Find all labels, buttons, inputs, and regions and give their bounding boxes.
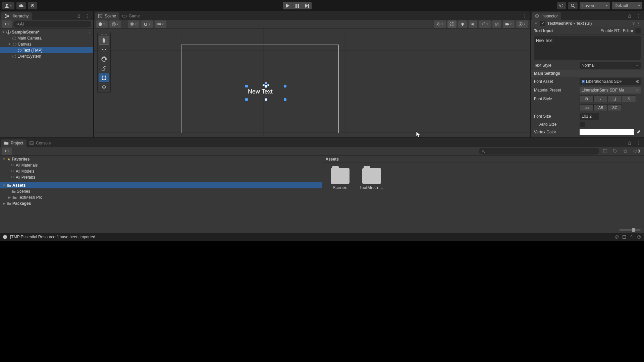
scale-tool[interactable] bbox=[99, 64, 109, 73]
inspector-tab[interactable]: Inspector bbox=[532, 12, 561, 20]
hierarchy-search-input[interactable] bbox=[20, 22, 89, 26]
text-tmp-node[interactable]: Text (TMP) bbox=[0, 47, 93, 53]
text-input-field[interactable]: New Text bbox=[534, 36, 641, 60]
2d-toggle[interactable]: 2D bbox=[447, 20, 457, 28]
drag-handle-icon[interactable] bbox=[99, 33, 109, 35]
bold-toggle[interactable]: B bbox=[580, 96, 594, 102]
eventsystem-node[interactable]: EventSystem bbox=[0, 53, 93, 59]
tmp-folder[interactable]: ▶TextMesh Pro bbox=[0, 194, 322, 200]
project-tab[interactable]: Project bbox=[1, 139, 26, 147]
italic-toggle[interactable]: I bbox=[594, 96, 608, 102]
font-asset-field[interactable]: F LiberationSans SDF ⊙ bbox=[580, 78, 641, 85]
lighting-button[interactable] bbox=[458, 20, 467, 28]
material-dropdown[interactable]: LiberationSans SDF Ma ▾ bbox=[580, 87, 641, 94]
hierarchy-menu-button[interactable]: ⋮ bbox=[83, 12, 92, 20]
cloud-button[interactable] bbox=[16, 2, 26, 9]
object-picker-icon[interactable]: ⊙ bbox=[636, 79, 639, 84]
filter-save-button[interactable] bbox=[621, 147, 630, 155]
version-control-button[interactable] bbox=[28, 2, 37, 9]
layers-dropdown[interactable]: Layers bbox=[580, 2, 610, 9]
layout-dropdown[interactable]: Default bbox=[612, 2, 642, 9]
play-button[interactable] bbox=[283, 2, 292, 9]
rect-tool[interactable] bbox=[99, 73, 109, 82]
favorites-node[interactable]: ▼ ★ Favorites bbox=[0, 156, 322, 162]
kebab-icon[interactable]: ⋮ bbox=[637, 21, 641, 26]
autorefresh-icon[interactable] bbox=[629, 235, 634, 239]
rotate-tool[interactable] bbox=[99, 55, 109, 63]
hierarchy-add-button[interactable]: +▾ bbox=[2, 20, 12, 28]
canvas-node[interactable]: ▼ Canvas bbox=[0, 41, 93, 47]
draw-mode-button[interactable]: ▾ bbox=[96, 20, 108, 28]
thumbnail-size-slider[interactable] bbox=[619, 229, 641, 231]
text-style-dropdown[interactable]: Normal ▾ bbox=[580, 62, 641, 69]
hierarchy-search[interactable] bbox=[13, 21, 91, 27]
fx-button[interactable]: ▾ bbox=[479, 20, 491, 28]
camera-button[interactable]: ▾ bbox=[503, 20, 515, 28]
vertex-color-field[interactable] bbox=[580, 129, 634, 135]
project-search[interactable] bbox=[479, 148, 599, 155]
packages-node[interactable]: ▶ Packages bbox=[0, 200, 322, 206]
project-lock-button[interactable] bbox=[625, 139, 634, 147]
filter-label-button[interactable] bbox=[611, 147, 620, 155]
fav-models[interactable]: All Models bbox=[0, 168, 322, 174]
fav-materials[interactable]: All Materials bbox=[0, 162, 322, 168]
font-size-field[interactable]: 101.2 bbox=[580, 113, 599, 120]
auto-size-checkbox[interactable] bbox=[580, 122, 585, 127]
smallcaps-toggle[interactable]: SC bbox=[608, 104, 622, 111]
progress-icon[interactable] bbox=[637, 235, 641, 239]
svg-point-23 bbox=[112, 23, 116, 24]
inspector-menu-button[interactable]: ⋮ bbox=[634, 12, 643, 20]
help-icon[interactable]: ? bbox=[632, 21, 635, 26]
audio-button[interactable] bbox=[469, 20, 477, 28]
asset-textmeshpro[interactable]: TextMesh … bbox=[359, 168, 384, 190]
eyedropper-icon[interactable] bbox=[636, 130, 641, 134]
project-search-input[interactable] bbox=[485, 149, 597, 154]
global-search-button[interactable] bbox=[568, 2, 578, 9]
scene-node[interactable]: ▼ SampleScene* ⋮ bbox=[0, 29, 93, 35]
skybox-button[interactable]: ▾ bbox=[109, 20, 121, 28]
project-menu-button[interactable]: ⋮ bbox=[634, 139, 643, 147]
underline-toggle[interactable]: U bbox=[608, 96, 622, 102]
move-tool[interactable] bbox=[99, 45, 109, 54]
hand-tool[interactable] bbox=[99, 36, 109, 45]
increment-snap-button[interactable]: ▾ bbox=[155, 20, 166, 28]
console-tab[interactable]: Console bbox=[26, 139, 54, 147]
scenes-folder[interactable]: Scenes bbox=[0, 188, 322, 194]
snap-button[interactable]: ▾ bbox=[141, 20, 153, 28]
svg-rect-56 bbox=[5, 237, 5, 238]
hierarchy-lock-button[interactable] bbox=[74, 12, 83, 20]
asset-scenes[interactable]: Scenes bbox=[328, 168, 353, 190]
step-button[interactable] bbox=[302, 2, 312, 9]
lowercase-toggle[interactable]: ab bbox=[580, 104, 594, 111]
rtl-checkbox[interactable] bbox=[635, 28, 641, 34]
hidden-packages-button[interactable]: 8 bbox=[631, 147, 642, 155]
pause-button[interactable] bbox=[292, 2, 302, 9]
gizmo-dropdown[interactable]: ▾ bbox=[434, 20, 446, 28]
camera-node[interactable]: Main Camera bbox=[0, 35, 93, 41]
uppercase-toggle[interactable]: AB bbox=[594, 104, 608, 111]
kebab-icon[interactable]: ⋮ bbox=[87, 30, 93, 35]
project-add-button[interactable]: +▾ bbox=[2, 147, 12, 155]
project-breadcrumb[interactable]: Assets bbox=[322, 156, 644, 163]
assets-node[interactable]: ▼ Assets bbox=[0, 182, 322, 188]
cache-icon[interactable] bbox=[622, 235, 627, 239]
hierarchy-tab[interactable]: Hierarchy bbox=[1, 12, 32, 20]
selected-text-element[interactable]: New Text bbox=[247, 86, 285, 100]
bug-off-icon[interactable] bbox=[614, 235, 619, 239]
transform-tools[interactable] bbox=[97, 32, 111, 93]
scene-tab[interactable]: Scene bbox=[95, 12, 119, 20]
component-enabled-checkbox[interactable]: ✓ bbox=[540, 21, 545, 26]
scene-menu-button[interactable]: ⋮ bbox=[520, 12, 529, 20]
account-button[interactable]: ▾ bbox=[2, 2, 14, 9]
visibility-button[interactable] bbox=[492, 20, 501, 28]
undo-history-button[interactable] bbox=[557, 2, 566, 9]
filter-type-button[interactable] bbox=[601, 147, 609, 155]
scene-viewport[interactable]: New Text bbox=[94, 28, 530, 137]
grid-button[interactable]: ▾ bbox=[128, 20, 140, 28]
fav-prefabs[interactable]: All Prefabs bbox=[0, 174, 322, 180]
game-tab[interactable]: Game bbox=[119, 12, 143, 20]
inspector-lock-button[interactable] bbox=[625, 12, 634, 20]
transform-tool[interactable] bbox=[99, 83, 109, 92]
gizmos-button[interactable]: ▾ bbox=[516, 20, 528, 28]
strike-toggle[interactable]: S bbox=[622, 96, 636, 102]
